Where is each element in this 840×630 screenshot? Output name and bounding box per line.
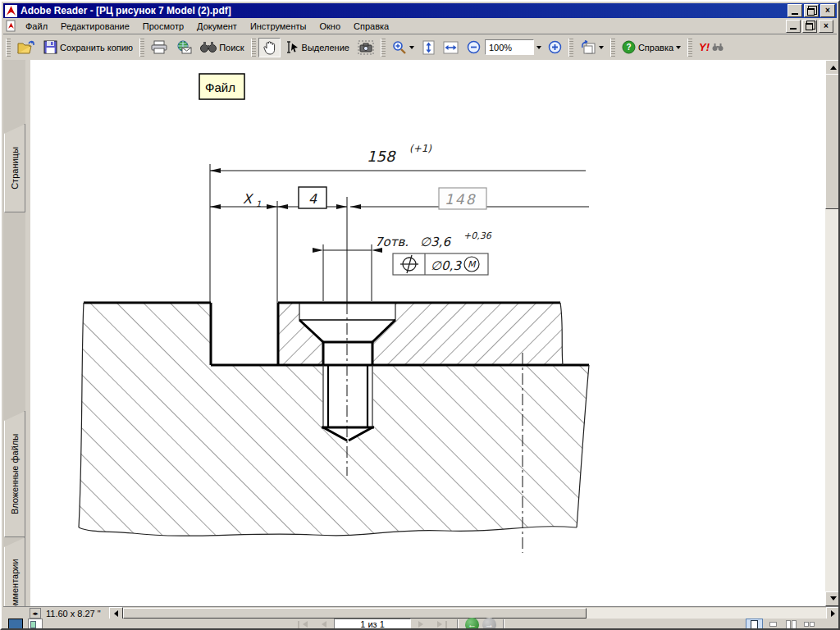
minimize-icon (792, 7, 798, 15)
snapshot-button[interactable] (354, 38, 378, 57)
search-button[interactable]: Поиск (196, 38, 248, 57)
document-close-button[interactable]: × (819, 20, 833, 33)
dim-158-tolerance: (+1) (409, 143, 431, 154)
fit-width-icon (443, 41, 459, 54)
zoom-out-button[interactable] (463, 38, 485, 57)
page-layout-buttons (746, 619, 817, 630)
scroll-up-button[interactable] (825, 60, 840, 75)
show-hide-toolbars-icon[interactable] (8, 619, 23, 630)
close-icon: × (824, 22, 829, 30)
extension-lines (210, 164, 372, 303)
printer-icon (151, 40, 167, 54)
open-button[interactable] (13, 38, 39, 57)
last-page-icon (437, 621, 445, 628)
toolbar: Сохранить копию (3, 34, 837, 61)
next-view-button[interactable]: → (482, 618, 496, 630)
first-page-button[interactable] (294, 619, 311, 630)
close-icon: × (825, 7, 830, 15)
hand-tool-icon (262, 40, 276, 55)
window-minimize-button[interactable] (788, 4, 802, 17)
dim-x1-text: X (243, 191, 254, 207)
snapshot-camera-icon (358, 40, 374, 55)
divider (457, 619, 459, 629)
tab-pages-label: Страницы (10, 147, 20, 189)
document-restore-button[interactable] (802, 20, 817, 33)
save-copy-button[interactable]: Сохранить копию (39, 38, 137, 57)
menu-help[interactable]: Справка (347, 20, 395, 33)
help-button[interactable]: ? Справка (618, 38, 685, 57)
zoom-in-button[interactable] (544, 38, 566, 57)
show-hide-panel-icon[interactable] (28, 619, 43, 630)
toolbar-grip[interactable] (381, 39, 386, 57)
yahoo-search-button[interactable]: Y! (695, 38, 728, 57)
page-navigation: 1 из 1 ← → (294, 619, 508, 630)
menu-file[interactable]: Файл (19, 20, 54, 33)
facing-layout-button[interactable] (783, 619, 799, 630)
fit-height-button[interactable] (418, 38, 439, 57)
toolbar-grip[interactable] (687, 39, 692, 57)
save-copy-label: Сохранить копию (60, 43, 133, 52)
last-page-button[interactable] (434, 619, 450, 630)
zoom-dropdown-button[interactable] (534, 38, 544, 57)
pane-splitter-handle[interactable]: ◂▸ (30, 608, 41, 619)
continuous-layout-button[interactable] (765, 619, 781, 630)
toolbar-grip[interactable] (568, 39, 573, 57)
email-button[interactable] (171, 38, 196, 57)
previous-view-button[interactable]: ← (465, 618, 479, 630)
select-tool-button[interactable]: Выделение (281, 38, 354, 57)
pdf-drawing-canvas: Файл (30, 60, 825, 606)
menu-document[interactable]: Документ (190, 20, 244, 33)
dropdown-arrow-icon (536, 46, 541, 52)
scroll-left-icon (111, 610, 118, 617)
dropdown-arrow-icon (676, 46, 681, 52)
menu-tools[interactable]: Инструменты (244, 20, 313, 33)
page-display-icon (580, 40, 596, 55)
top-plate-section (278, 303, 563, 365)
menu-edit[interactable]: Редактирование (54, 20, 136, 33)
dim-4-boxed: 4 (299, 187, 326, 208)
hand-tool-button[interactable] (258, 38, 281, 57)
dim-148-field[interactable]: 148 (439, 188, 486, 209)
next-page-icon (418, 621, 427, 628)
vertical-scroll-thumb[interactable] (825, 74, 840, 209)
facing-icon (792, 620, 797, 629)
document-minimize-button[interactable] (786, 20, 801, 33)
continuous-facing-layout-button[interactable] (801, 619, 817, 630)
menu-window[interactable]: Окно (313, 20, 347, 33)
tab-attachments[interactable]: Вложенные файлы (4, 411, 25, 537)
print-button[interactable] (147, 38, 171, 57)
zoom-level-input[interactable]: 100% (485, 39, 534, 55)
window-close-button[interactable]: × (820, 4, 835, 17)
scroll-left-button[interactable] (109, 607, 123, 619)
page-number-field[interactable]: 1 из 1 (334, 619, 411, 630)
zoom-tool-button[interactable] (388, 38, 418, 57)
next-page-button[interactable] (414, 619, 431, 630)
previous-page-icon (318, 621, 326, 628)
toolbar-grip[interactable] (251, 39, 256, 57)
window-restore-button[interactable] (804, 4, 819, 17)
vertical-scrollbar[interactable] (825, 60, 840, 606)
dim-148-text: 148 (445, 191, 477, 208)
zoom-in-icon (548, 40, 562, 54)
toolbar-grip[interactable] (6, 39, 11, 57)
search-label: Поиск (219, 43, 244, 52)
dim-4-text: 4 (308, 191, 317, 207)
yahoo-binoculars-icon (712, 43, 724, 52)
open-folder-icon (17, 40, 35, 55)
horizontal-scroll-thumb[interactable] (123, 608, 587, 619)
previous-page-button[interactable] (314, 619, 331, 630)
tab-attachments-label: Вложенные файлы (10, 434, 20, 514)
horizontal-scroll-track[interactable] (587, 608, 826, 619)
single-page-layout-button[interactable] (746, 619, 763, 630)
menu-view[interactable]: Просмотр (136, 20, 190, 33)
scroll-right-button[interactable] (826, 607, 840, 619)
scroll-down-button[interactable] (825, 591, 840, 606)
toolbar-grip[interactable] (139, 39, 144, 57)
page-display-button[interactable] (576, 38, 608, 57)
text-select-icon (285, 40, 299, 54)
file-field-note[interactable]: Файл (199, 74, 244, 99)
fit-width-button[interactable] (439, 38, 463, 57)
dropdown-arrow-icon (409, 46, 414, 52)
tab-pages[interactable]: Страницы (4, 124, 25, 212)
toolbar-grip[interactable] (610, 39, 615, 57)
